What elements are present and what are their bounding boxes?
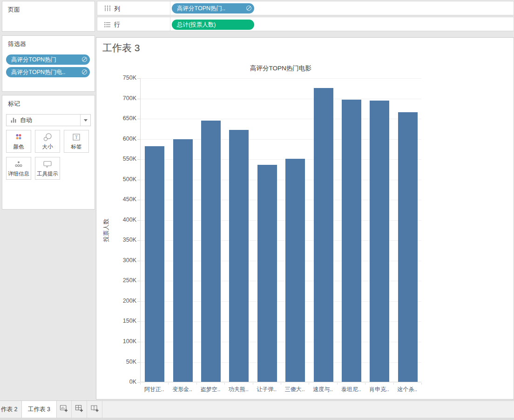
new-dashboard-button[interactable] <box>72 401 87 418</box>
marks-button-label: 详细信息 <box>8 170 29 177</box>
y-tick-label: 600K <box>110 135 136 142</box>
filters-shelf[interactable]: 筛选器 高评分TOPN热门高评分TOPN热门电.. <box>2 35 95 92</box>
x-tick-mark <box>140 383 141 385</box>
chart-title[interactable]: 高评分TOPN热门电影 <box>140 64 421 73</box>
x-category-label[interactable]: 让子弹.. <box>253 386 281 394</box>
marks-button-label: 大小 <box>42 143 53 150</box>
x-category-label[interactable]: 速度与.. <box>309 386 337 394</box>
y-tick-label: 50K <box>110 359 136 365</box>
marks-card: 标记 自动 颜色 大小 T 标签 <box>2 95 95 210</box>
marks-title: 标记 <box>8 100 20 108</box>
x-tick-mark <box>224 383 225 385</box>
x-category-label[interactable]: 三傻大.. <box>281 386 309 394</box>
marks-button-label: 工具提示 <box>37 170 58 177</box>
marks-button-tooltip[interactable]: 工具提示 <box>35 157 60 180</box>
mark-type-caret[interactable] <box>80 115 90 126</box>
y-tick-label: 200K <box>110 298 136 304</box>
new-dashboard-icon <box>75 404 84 414</box>
new-worksheet-button[interactable] <box>57 401 72 418</box>
filter-pill-label: 高评分TOPN热门 <box>11 56 56 64</box>
marks-button-label: 标签 <box>71 143 82 150</box>
y-tick-label: 350K <box>110 237 136 243</box>
x-tick-mark <box>393 383 394 385</box>
label-icon: T <box>72 130 81 143</box>
bar-mark[interactable] <box>370 101 389 382</box>
tooltip-icon <box>43 157 52 170</box>
bar-mark[interactable] <box>173 139 193 382</box>
y-tick-label: 400K <box>110 217 136 223</box>
y-tick-label: 0K <box>110 379 136 385</box>
x-category-label[interactable]: 泰坦尼.. <box>337 386 365 394</box>
x-category-label[interactable]: 这个杀.. <box>393 386 421 394</box>
rows-shelf-label: 行 <box>114 20 120 29</box>
marks-button-size[interactable]: 大小 <box>35 130 60 153</box>
new-worksheet-icon <box>60 404 68 414</box>
bar-mark[interactable] <box>398 112 418 382</box>
x-tick-mark <box>168 383 169 385</box>
color-icon <box>14 130 23 143</box>
chevron-down-icon <box>84 119 88 122</box>
x-tick-mark <box>421 383 422 385</box>
marks-button-label[interactable]: T 标签 <box>64 130 89 153</box>
bar-mark[interactable] <box>145 146 164 382</box>
y-tick-label: 250K <box>110 277 136 284</box>
new-story-button[interactable] <box>88 401 102 418</box>
mark-type-dropdown[interactable]: 自动 <box>6 114 91 126</box>
rows-pill[interactable]: 总计(投票人数) <box>172 20 254 30</box>
plot-area <box>140 78 421 382</box>
x-category-label[interactable]: 肖申克.. <box>365 386 393 394</box>
x-category-label[interactable]: 盗梦空.. <box>196 386 224 394</box>
bar-mark[interactable] <box>342 100 361 382</box>
worksheet-title[interactable]: 工作表 3 <box>102 41 140 54</box>
filter-pill[interactable]: 高评分TOPN热门 <box>6 54 90 65</box>
x-category-label[interactable]: 阿甘正.. <box>140 386 168 394</box>
gridline <box>141 99 421 99</box>
y-tick-label: 450K <box>110 196 136 203</box>
rows-shelf[interactable]: 行 总计(投票人数) <box>97 17 514 31</box>
y-axis-label-wrap[interactable]: 投票人数 <box>99 78 113 382</box>
tab-worksheet-3-label: 工作表 3 <box>28 406 50 413</box>
x-tick-mark <box>337 383 338 385</box>
rows-pill-label: 总计(投票人数) <box>177 21 216 29</box>
marks-buttons: 颜色 大小 T 标签 详细信息 工具提示 <box>6 130 93 184</box>
exclude-badge-icon <box>246 6 251 11</box>
y-tick-label: 650K <box>110 115 136 122</box>
columns-icon <box>104 5 111 14</box>
y-tick-label: 150K <box>110 318 136 324</box>
y-tick-label: 100K <box>110 338 136 345</box>
columns-shelf[interactable]: 列 高评分TOPN热门.. <box>97 1 514 15</box>
marks-button-detail[interactable]: 详细信息 <box>6 157 31 180</box>
x-tick-mark <box>253 383 253 385</box>
marks-button-label: 颜色 <box>14 143 24 150</box>
x-tick-mark <box>365 383 365 385</box>
x-category-label[interactable]: 功夫熊.. <box>224 386 252 394</box>
gridline <box>141 78 421 79</box>
worksheet-canvas: 工作表 3 高评分TOPN热门电影 投票人数 0K50K100K150K200K… <box>96 37 514 400</box>
rows-icon <box>104 21 111 30</box>
bar-chart-icon <box>10 117 17 123</box>
filters-title: 筛选器 <box>8 40 26 48</box>
sheet-tab-bar: 作表 2 工作表 3 <box>0 400 514 418</box>
y-tick-label: 500K <box>110 176 136 183</box>
size-icon <box>43 130 52 143</box>
bar-mark[interactable] <box>201 121 221 382</box>
columns-pill[interactable]: 高评分TOPN热门.. <box>172 3 254 14</box>
y-tick-label: 300K <box>110 257 136 264</box>
y-tick-label: 550K <box>110 156 136 162</box>
pages-shelf[interactable]: 页面 <box>2 1 95 32</box>
bar-mark[interactable] <box>257 165 277 382</box>
filter-pill[interactable]: 高评分TOPN热门电.. <box>6 67 90 77</box>
pages-title: 页面 <box>8 6 20 14</box>
y-tick-label: 700K <box>110 95 136 102</box>
y-axis-label: 投票人数 <box>102 219 110 242</box>
tab-worksheet-3[interactable]: 工作表 3 <box>22 401 57 418</box>
tab-worksheet-2[interactable]: 作表 2 <box>0 401 22 418</box>
detail-icon <box>14 157 23 170</box>
bar-mark[interactable] <box>229 130 249 382</box>
marks-button-color[interactable]: 颜色 <box>6 130 31 153</box>
filter-pill-label: 高评分TOPN热门电.. <box>11 68 65 76</box>
bar-mark[interactable] <box>314 88 333 382</box>
bar-mark[interactable] <box>285 159 305 382</box>
shelf-separator <box>170 17 170 31</box>
x-category-label[interactable]: 变形金.. <box>168 386 196 394</box>
